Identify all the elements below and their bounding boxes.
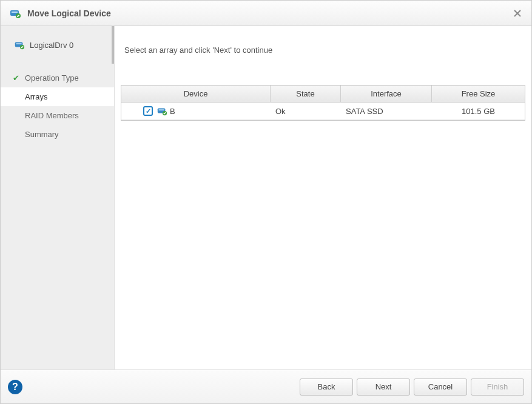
step-label: Summary [25,130,59,139]
footer: ? Back Next Cancel Finish [1,369,531,403]
move-logical-device-dialog: Move Logical Device LogicalDrv 0 [0,0,532,404]
main-area: LogicalDrv 0 ✔ Operation Type ✔ Arrays ✔… [1,26,531,369]
cell-free-size: 101.5 GB [432,103,525,120]
col-header-state[interactable]: State [271,86,341,102]
titlebar: Move Logical Device [1,1,531,26]
close-button[interactable] [512,8,523,19]
content-pane: Select an array and click 'Next' to cont… [115,26,531,369]
table-header: Device State Interface Free Size [121,86,525,103]
array-icon [157,106,167,116]
logical-drive-icon [14,39,25,50]
check-icon: ✔ [13,73,21,82]
arrays-table: Device State Interface Free Size ✓ [121,85,525,121]
help-button[interactable]: ? [8,380,22,394]
svg-rect-1 [12,12,18,13]
cell-device-name: B [170,107,175,116]
step-raid-members[interactable]: ✔ RAID Members [1,106,114,125]
dialog-title: Move Logical Device [27,8,512,18]
cell-interface: SATA SSD [341,103,432,120]
sidebar: LogicalDrv 0 ✔ Operation Type ✔ Arrays ✔… [1,26,115,369]
instruction-text: Select an array and click 'Next' to cont… [124,45,525,55]
col-header-interface[interactable]: Interface [341,86,432,102]
cancel-button[interactable]: Cancel [414,379,467,396]
sidebar-device-header: LogicalDrv 0 [1,26,114,64]
step-operation-type[interactable]: ✔ Operation Type [1,69,114,87]
cell-state: Ok [271,103,341,120]
step-label: Operation Type [25,73,79,82]
sidebar-device-label: LogicalDrv 0 [30,41,73,50]
table-row[interactable]: ✓ B Ok SATA SSD 101.5 G [121,103,525,120]
step-label: Arrays [25,92,48,101]
step-summary[interactable]: ✔ Summary [1,125,114,144]
step-arrays[interactable]: ✔ Arrays [1,87,114,106]
col-header-free-size[interactable]: Free Size [432,86,525,102]
svg-rect-4 [16,43,22,44]
back-button[interactable]: Back [300,379,353,396]
step-label: RAID Members [25,111,79,120]
svg-rect-7 [159,109,164,110]
finish-button: Finish [471,379,524,396]
logical-device-icon [9,7,21,19]
col-header-device[interactable]: Device [121,86,271,102]
wizard-steps: ✔ Operation Type ✔ Arrays ✔ RAID Members… [1,69,114,144]
row-checkbox[interactable]: ✓ [143,106,153,116]
next-button[interactable]: Next [357,379,410,396]
cell-device: ✓ B [121,103,271,120]
